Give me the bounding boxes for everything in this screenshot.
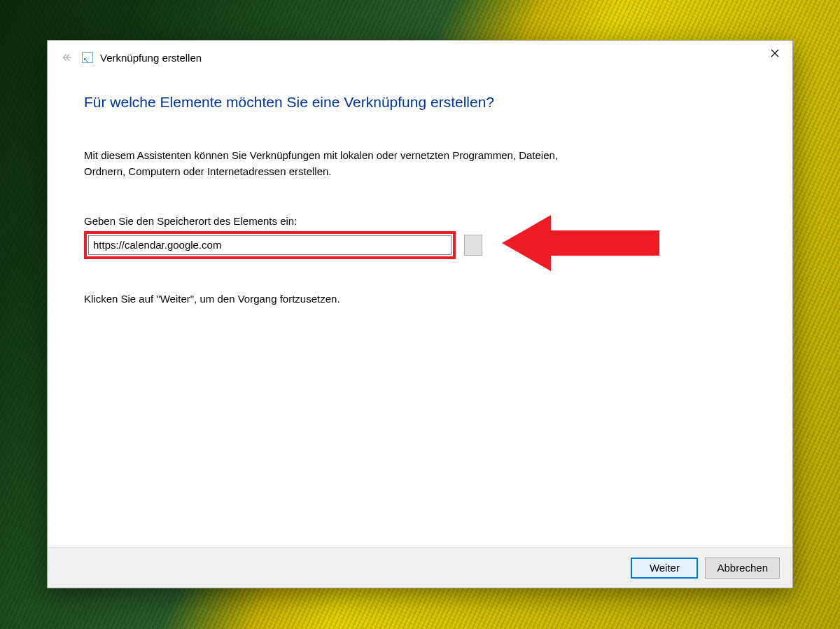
svg-marker-0 (502, 215, 659, 271)
location-input-row (84, 231, 756, 259)
dialog-title: Verknüpfung erstellen (100, 52, 202, 64)
annotation-arrow-icon (502, 212, 663, 277)
back-arrow-icon (61, 50, 75, 64)
annotation-highlight-box (84, 231, 456, 259)
close-button[interactable] (759, 42, 791, 64)
shortcut-file-icon (82, 52, 93, 63)
cancel-button[interactable]: Abbrechen (705, 558, 780, 579)
titlebar: Verknüpfung erstellen (48, 41, 792, 74)
next-button[interactable]: Weiter (631, 558, 698, 579)
dialog-footer: Weiter Abbrechen (48, 547, 792, 588)
wizard-description: Mit diesem Assistenten können Sie Verknü… (84, 147, 595, 180)
location-input[interactable] (88, 235, 451, 255)
create-shortcut-dialog: Verknüpfung erstellen Für welche Element… (47, 40, 793, 588)
wizard-headline: Für welche Elemente möchten Sie eine Ver… (84, 94, 756, 111)
continue-hint: Klicken Sie auf "Weiter", um den Vorgang… (84, 293, 756, 305)
browse-button[interactable] (464, 235, 482, 256)
dialog-content: Für welche Elemente möchten Sie eine Ver… (48, 74, 792, 547)
